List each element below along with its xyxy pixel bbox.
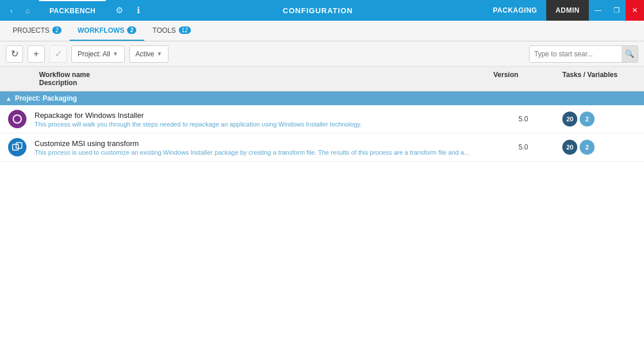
titlebar-right: PACKAGING ADMIN — ❐ ✕ xyxy=(484,0,644,21)
workflow-name: Customize MSI using transform xyxy=(34,139,489,148)
tab-label: TOOLS xyxy=(152,26,175,34)
workflow-row[interactable]: Repackage for Windows Installer This pro… xyxy=(0,105,644,133)
workflow-icon xyxy=(0,138,34,156)
status-dropdown[interactable]: Active ▼ xyxy=(129,45,169,63)
status-dropdown-label: Active xyxy=(136,50,155,58)
tab-workflows[interactable]: WORKFLOWS2 xyxy=(70,21,144,41)
restore-button[interactable]: ❐ xyxy=(607,0,626,21)
project-dropdown-arrow: ▼ xyxy=(113,51,118,57)
col-name-line1: Workflow name xyxy=(39,71,484,79)
titlebar-title: CONFIGURATION xyxy=(152,6,484,15)
home-button[interactable]: ⌂ xyxy=(20,2,36,18)
main-layout: PROJECTS2WORKFLOWS2TOOLS12 ↻ + ✓ Project… xyxy=(0,21,644,345)
content-area: Workflow name Description Version Tasks … xyxy=(0,67,644,345)
tab-projects[interactable]: PROJECTS2 xyxy=(5,21,70,41)
gear-icon-button[interactable]: ⚙ xyxy=(110,2,128,19)
search-input[interactable] xyxy=(530,46,622,62)
refresh-button[interactable]: ↻ xyxy=(6,45,23,63)
tab-badge: 12 xyxy=(179,26,191,34)
col-tasks: Tasks / Variables xyxy=(558,69,644,89)
col-icon xyxy=(0,69,34,89)
titlebar-nav: ‹ ⌂ xyxy=(0,2,39,18)
workflow-version: 5.0 xyxy=(489,115,558,123)
minimize-button[interactable]: — xyxy=(589,0,607,21)
back-button[interactable]: ‹ xyxy=(3,2,20,18)
col-name-line2: Description xyxy=(39,79,484,87)
variables-badge: 2 xyxy=(580,112,595,126)
window-controls: — ❐ ✕ xyxy=(589,0,644,21)
tabbar: PROJECTS2WORKFLOWS2TOOLS12 xyxy=(0,21,644,41)
workflow-icon xyxy=(0,110,34,128)
close-button[interactable]: ✕ xyxy=(626,0,644,21)
add-button[interactable]: + xyxy=(28,45,45,63)
workflow-info: Customize MSI using transform This proce… xyxy=(34,139,489,156)
tab-packbench[interactable]: PACKBENCH xyxy=(39,0,106,21)
titlebar-icons: ⚙ ℹ xyxy=(106,2,152,19)
tab-badge: 2 xyxy=(127,26,136,34)
search-button[interactable]: 🔍 xyxy=(622,45,638,63)
titlebar: ‹ ⌂ PACKBENCH ⚙ ℹ CONFIGURATION PACKAGIN… xyxy=(0,0,644,21)
workflow-tasks: 20 2 xyxy=(558,112,644,126)
admin-button[interactable]: ADMIN xyxy=(546,0,589,21)
workflow-version: 5.0 xyxy=(489,143,558,151)
tab-label: PROJECTS xyxy=(13,26,49,34)
tasks-badge: 20 xyxy=(562,140,577,155)
workflow-info: Repackage for Windows Installer This pro… xyxy=(34,111,489,128)
workflow-description: This process will walk you through the s… xyxy=(34,121,489,128)
packaging-button[interactable]: PACKAGING xyxy=(484,0,546,21)
workflow-icon-circle xyxy=(8,110,26,128)
tab-tools[interactable]: TOOLS12 xyxy=(144,21,199,41)
project-dropdown-label: Project: All xyxy=(78,50,110,58)
tasks-badge: 20 xyxy=(562,112,577,126)
svg-rect-1 xyxy=(13,144,18,150)
workflow-icon-circle xyxy=(8,138,26,156)
col-version: Version xyxy=(489,69,558,89)
workflow-list: Repackage for Windows Installer This pro… xyxy=(0,105,644,162)
svg-point-0 xyxy=(13,115,21,123)
tab-label: WORKFLOWS xyxy=(78,26,124,34)
project-group-arrow: ▲ xyxy=(6,95,12,102)
col-name: Workflow name Description xyxy=(34,69,489,89)
info-icon-button[interactable]: ℹ xyxy=(130,2,147,19)
tab-badge: 2 xyxy=(52,26,62,34)
check-button: ✓ xyxy=(49,45,67,63)
project-group-label: Project: Packaging xyxy=(15,94,77,102)
search-box: 🔍 xyxy=(529,45,638,63)
workflow-row[interactable]: Customize MSI using transform This proce… xyxy=(0,133,644,162)
project-dropdown[interactable]: Project: All ▼ xyxy=(71,45,125,63)
variables-badge: 2 xyxy=(580,140,595,155)
project-group-header[interactable]: ▲ Project: Packaging xyxy=(0,91,644,105)
toolbar: ↻ + ✓ Project: All ▼ Active ▼ 🔍 xyxy=(0,41,644,67)
table-header: Workflow name Description Version Tasks … xyxy=(0,67,644,91)
svg-rect-2 xyxy=(16,143,22,148)
status-dropdown-arrow: ▼ xyxy=(156,51,162,57)
workflow-tasks: 20 2 xyxy=(558,140,644,155)
workflow-name: Repackage for Windows Installer xyxy=(34,111,489,120)
workflow-description: This process is used to customize an exi… xyxy=(34,149,489,156)
